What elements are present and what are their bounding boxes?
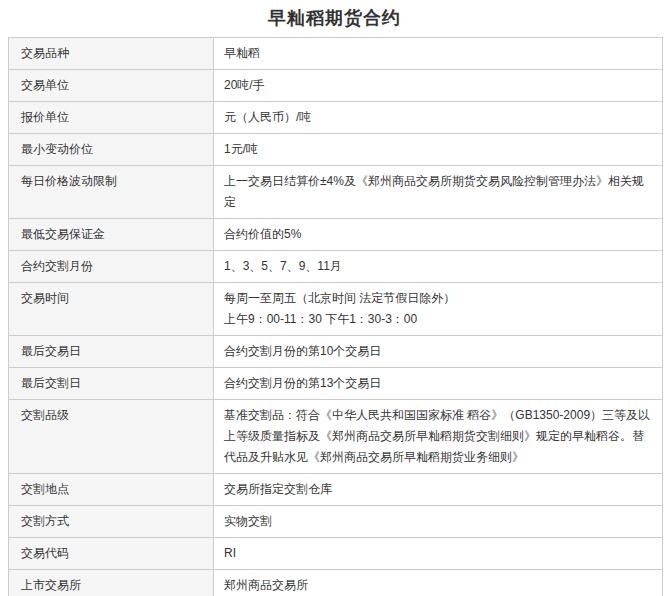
row-value: 合约交割月份的第10个交易日 xyxy=(214,336,663,368)
row-value-text: 上一交易日结算价±4%及《郑州商品交易所期货交易风险控制管理办法》相关规定 xyxy=(224,174,644,209)
row-label-text: 最后交易日 xyxy=(21,344,81,358)
table-row: 上市交易所 郑州商品交易所 xyxy=(9,570,663,596)
row-label-text: 合约交割月份 xyxy=(21,259,93,273)
row-label-text: 交割方式 xyxy=(21,514,69,528)
table-row: 交易时间 每周一至周五（北京时间 法定节假日除外） 上午9：00-11：30 下… xyxy=(9,283,663,336)
row-value-text: 元（人民币）/吨 xyxy=(224,110,311,124)
row-label: 交易单位 xyxy=(9,70,214,102)
row-value: 合约交割月份的第13个交易日 xyxy=(214,368,663,400)
row-label-text: 最后交割日 xyxy=(21,376,81,390)
table-row: 报价单位 元（人民币）/吨 xyxy=(9,102,663,134)
table-row: 交易品种 早籼稻 xyxy=(9,38,663,70)
table-row: 合约交割月份 1、3、5、7、9、11月 xyxy=(9,251,663,283)
row-label-text: 每日价格波动限制 xyxy=(21,174,117,188)
row-label: 最后交割日 xyxy=(9,368,214,400)
table-row: 最后交易日 合约交割月份的第10个交易日 xyxy=(9,336,663,368)
row-label-text: 交割品级 xyxy=(21,408,69,422)
row-value-text: 合约价值的5% xyxy=(224,227,301,241)
row-value-text: 1、3、5、7、9、11月 xyxy=(224,259,342,273)
row-value-text: 合约交割月份的第10个交易日 xyxy=(224,344,381,358)
row-value: 每周一至周五（北京时间 法定节假日除外） 上午9：00-11：30 下午1：30… xyxy=(214,283,663,336)
row-label-text: 交易代码 xyxy=(21,546,69,560)
table-row: 最低交易保证金 合约价值的5% xyxy=(9,219,663,251)
row-value-text: 基准交割品：符合《中华人民共和国国家标准 稻谷》（GB1350-2009）三等及… xyxy=(224,408,650,464)
row-label: 报价单位 xyxy=(9,102,214,134)
table-row: 交易单位 20吨/手 xyxy=(9,70,663,102)
row-value: 早籼稻 xyxy=(214,38,663,70)
table-row: 交易代码 RI xyxy=(9,538,663,570)
row-value-text: 实物交割 xyxy=(224,514,272,528)
table-row: 交割地点 交易所指定交割仓库 xyxy=(9,474,663,506)
row-label: 上市交易所 xyxy=(9,570,214,596)
row-value: 1元/吨 xyxy=(214,134,663,166)
row-label: 最低交易保证金 xyxy=(9,219,214,251)
page-title: 早籼稻期货合约 xyxy=(0,7,669,29)
row-label: 交易品种 xyxy=(9,38,214,70)
row-value: 1、3、5、7、9、11月 xyxy=(214,251,663,283)
row-value: 交易所指定交割仓库 xyxy=(214,474,663,506)
row-value-text: 20吨/手 xyxy=(224,78,265,92)
row-value-text: 早籼稻 xyxy=(224,46,260,60)
row-value-text: 1元/吨 xyxy=(224,142,258,156)
row-value: 基准交割品：符合《中华人民共和国国家标准 稻谷》（GB1350-2009）三等及… xyxy=(214,400,663,474)
table-row: 最小变动价位 1元/吨 xyxy=(9,134,663,166)
row-label-text: 上市交易所 xyxy=(21,578,81,592)
row-label-text: 最小变动价位 xyxy=(21,142,93,156)
page: 早籼稻期货合约 交易品种 早籼稻 交易单位 20吨/手 报价单位 元（人民币）/… xyxy=(0,0,669,596)
row-value: 实物交割 xyxy=(214,506,663,538)
row-label: 最后交易日 xyxy=(9,336,214,368)
row-label-text: 交易单位 xyxy=(21,78,69,92)
row-value: 上一交易日结算价±4%及《郑州商品交易所期货交易风险控制管理办法》相关规定 xyxy=(214,166,663,219)
row-label: 交易代码 xyxy=(9,538,214,570)
row-label: 合约交割月份 xyxy=(9,251,214,283)
row-value-text: RI xyxy=(224,546,236,560)
table-row: 最后交割日 合约交割月份的第13个交易日 xyxy=(9,368,663,400)
row-label: 最小变动价位 xyxy=(9,134,214,166)
row-label-text: 报价单位 xyxy=(21,110,69,124)
table-row: 交割方式 实物交割 xyxy=(9,506,663,538)
row-label-text: 交易时间 xyxy=(21,291,69,305)
row-label: 交割品级 xyxy=(9,400,214,474)
row-value: 合约价值的5% xyxy=(214,219,663,251)
row-label-text: 交易品种 xyxy=(21,46,69,60)
table-row: 每日价格波动限制 上一交易日结算价±4%及《郑州商品交易所期货交易风险控制管理办… xyxy=(9,166,663,219)
row-value-text: 合约交割月份的第13个交易日 xyxy=(224,376,381,390)
row-label: 每日价格波动限制 xyxy=(9,166,214,219)
row-value: 郑州商品交易所 xyxy=(214,570,663,596)
row-value: RI xyxy=(214,538,663,570)
row-label: 交割方式 xyxy=(9,506,214,538)
row-label: 交割地点 xyxy=(9,474,214,506)
row-value-text: 交易所指定交割仓库 xyxy=(224,482,332,496)
contract-spec-table: 交易品种 早籼稻 交易单位 20吨/手 报价单位 元（人民币）/吨 最小变动价位… xyxy=(8,37,663,596)
table-row: 交割品级 基准交割品：符合《中华人民共和国国家标准 稻谷》（GB1350-200… xyxy=(9,400,663,474)
row-label-text: 最低交易保证金 xyxy=(21,227,105,241)
row-value-text: 每周一至周五（北京时间 法定节假日除外） 上午9：00-11：30 下午1：30… xyxy=(224,291,455,326)
row-value: 元（人民币）/吨 xyxy=(214,102,663,134)
row-value: 20吨/手 xyxy=(214,70,663,102)
row-label: 交易时间 xyxy=(9,283,214,336)
row-value-text: 郑州商品交易所 xyxy=(224,578,308,592)
row-label-text: 交割地点 xyxy=(21,482,69,496)
